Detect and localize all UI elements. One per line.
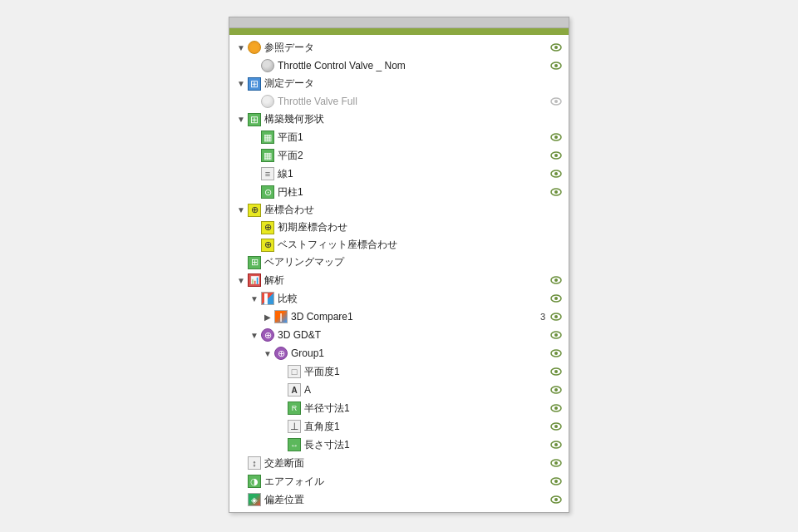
eye-icon-throttle-control[interactable] xyxy=(549,58,564,73)
item-label-deviation: 偏差位置 xyxy=(264,493,549,507)
tree-item-cylinder1[interactable]: 円柱1 xyxy=(229,183,569,201)
expand-arrow-3dgdt[interactable] xyxy=(249,330,259,340)
item-label-measure-data: 測定データ xyxy=(264,76,569,91)
expand-arrow-3dcompare1[interactable] xyxy=(263,312,273,322)
item-label-construct-geometry: 構築幾何形状 xyxy=(264,112,569,126)
eye-icon-compare[interactable] xyxy=(549,291,564,306)
item-label-throttle-valve-full: Throttle Valve Full xyxy=(278,96,549,107)
item-label-throttle-control: Throttle Control Valve _ Nom xyxy=(278,60,549,71)
eye-icon-plane2[interactable] xyxy=(549,148,564,163)
eye-icon-plane1[interactable] xyxy=(549,130,564,145)
eye-icon-ref-data[interactable] xyxy=(549,40,564,55)
item-label-cylinder1: 円柱1 xyxy=(278,185,549,200)
expand-arrow-measure-data[interactable] xyxy=(236,79,246,89)
tree-item-ref-data[interactable]: 参照データ xyxy=(229,38,569,57)
item-label-perp1: 直角度1 xyxy=(304,420,549,434)
tree-item-group1[interactable]: Group1 xyxy=(229,344,569,362)
eye-icon-length1[interactable] xyxy=(549,437,564,452)
item-icon-initial-coord xyxy=(261,221,274,234)
expand-arrow-construct-geometry[interactable] xyxy=(236,115,246,125)
tree-item-deviation[interactable]: 偏差位置 xyxy=(229,490,569,509)
item-label-length1: 長さ寸法1 xyxy=(304,438,549,452)
expand-arrow-ref-data[interactable] xyxy=(236,42,246,52)
item-icon-ref-data xyxy=(248,41,261,54)
item-icon-compare xyxy=(261,292,274,305)
main-panel: 参照データThrottle Control Valve _ Nom測定データTh… xyxy=(229,17,569,513)
item-icon-line1 xyxy=(261,167,274,180)
svg-point-7 xyxy=(554,135,558,139)
item-icon-construct-geometry xyxy=(248,113,261,126)
item-label-initial-coord: 初期座標合わせ xyxy=(278,220,569,234)
tree-item-cross-section[interactable]: 交差断面 xyxy=(229,454,569,472)
expand-arrow-group1[interactable] xyxy=(263,348,273,358)
item-badge-3dcompare1: 3 xyxy=(540,312,545,322)
eye-icon-3dgdt[interactable] xyxy=(549,328,564,342)
tree-item-3dcompare1[interactable]: 3D Compare13 xyxy=(229,308,569,326)
item-icon-analysis xyxy=(248,273,261,287)
svg-point-35 xyxy=(554,461,558,465)
expand-arrow-compare[interactable] xyxy=(249,293,259,303)
item-icon-cylinder1 xyxy=(261,185,274,199)
tree-item-flatness1[interactable]: 平面度1 xyxy=(229,362,569,381)
eye-icon-throttle-valve-full[interactable] xyxy=(549,94,564,109)
svg-point-19 xyxy=(554,315,558,318)
item-icon-datum-a xyxy=(288,383,301,397)
item-icon-deviation xyxy=(248,493,261,506)
item-icon-plane1 xyxy=(261,131,274,144)
tree-item-plane1[interactable]: 平面1 xyxy=(229,128,569,146)
item-label-ref-data: 参照データ xyxy=(264,41,549,55)
item-icon-flatness1 xyxy=(288,365,301,378)
item-icon-3dgdt xyxy=(261,328,274,342)
item-icon-group1 xyxy=(274,347,288,360)
tree-item-plane2[interactable]: 平面2 xyxy=(229,146,569,165)
eye-icon-group1[interactable] xyxy=(549,346,564,361)
eye-icon-perp1[interactable] xyxy=(549,419,564,434)
item-label-bestfit-coord: ベストフィット座標合わせ xyxy=(278,238,569,252)
item-label-plane1: 平面1 xyxy=(278,131,549,145)
item-label-cross-section: 交差断面 xyxy=(264,456,549,470)
tree-item-3dgdt[interactable]: 3D GD&T xyxy=(229,326,569,344)
item-icon-coord-align xyxy=(248,204,261,217)
item-label-plane2: 平面2 xyxy=(278,149,549,163)
tree-item-throttle-valve-full[interactable]: Throttle Valve Full xyxy=(229,92,569,111)
eye-icon-cylinder1[interactable] xyxy=(549,185,564,200)
eye-icon-line1[interactable] xyxy=(549,166,564,181)
tree-item-perp1[interactable]: 直角度1 xyxy=(229,417,569,436)
expand-arrow-analysis[interactable] xyxy=(236,275,246,285)
tree-item-datum-a[interactable]: A xyxy=(229,381,569,399)
svg-point-17 xyxy=(554,297,558,300)
item-label-3dgdt: 3D GD&T xyxy=(278,329,549,341)
item-label-coord-align: 座標合わせ xyxy=(264,203,569,217)
svg-point-39 xyxy=(554,498,558,501)
tree-item-bestfit-coord[interactable]: ベストフィット座標合わせ xyxy=(229,236,569,254)
tree-item-bearing-map[interactable]: ベアリングマップ xyxy=(229,254,569,271)
item-icon-cross-section xyxy=(248,456,261,470)
eye-icon-airfoil[interactable] xyxy=(549,474,564,489)
tree-item-coord-align[interactable]: 座標合わせ xyxy=(229,201,569,219)
eye-icon-analysis[interactable] xyxy=(549,273,564,288)
tree-item-length1[interactable]: 長さ寸法1 xyxy=(229,436,569,454)
eye-icon-3dcompare1[interactable] xyxy=(549,309,564,324)
eye-icon-datum-a[interactable] xyxy=(549,382,564,397)
eye-icon-cross-section[interactable] xyxy=(549,456,564,470)
eye-icon-radius1[interactable] xyxy=(549,401,564,416)
tree-item-initial-coord[interactable]: 初期座標合わせ xyxy=(229,219,569,236)
tree-item-measure-data[interactable]: 測定データ xyxy=(229,75,569,92)
item-label-flatness1: 平面度1 xyxy=(304,365,549,379)
eye-icon-flatness1[interactable] xyxy=(549,364,564,379)
item-label-compare: 比較 xyxy=(278,292,549,306)
tree-item-construct-geometry[interactable]: 構築幾何形状 xyxy=(229,111,569,128)
item-icon-plane2 xyxy=(261,149,274,162)
tree-item-compare[interactable]: 比較 xyxy=(229,289,569,308)
tree-item-radius1[interactable]: 半径寸法1 xyxy=(229,399,569,417)
item-icon-3dcompare1 xyxy=(274,310,288,323)
svg-point-23 xyxy=(554,352,558,355)
expand-arrow-coord-align[interactable] xyxy=(236,205,246,215)
eye-icon-deviation[interactable] xyxy=(549,492,564,507)
tree-item-airfoil[interactable]: エアフォイル xyxy=(229,472,569,490)
tree-item-throttle-control[interactable]: Throttle Control Valve _ Nom xyxy=(229,57,569,75)
svg-point-5 xyxy=(554,100,558,103)
tree-item-line1[interactable]: 線1 xyxy=(229,165,569,183)
tree-item-analysis[interactable]: 解析 xyxy=(229,271,569,289)
item-label-analysis: 解析 xyxy=(264,273,549,288)
